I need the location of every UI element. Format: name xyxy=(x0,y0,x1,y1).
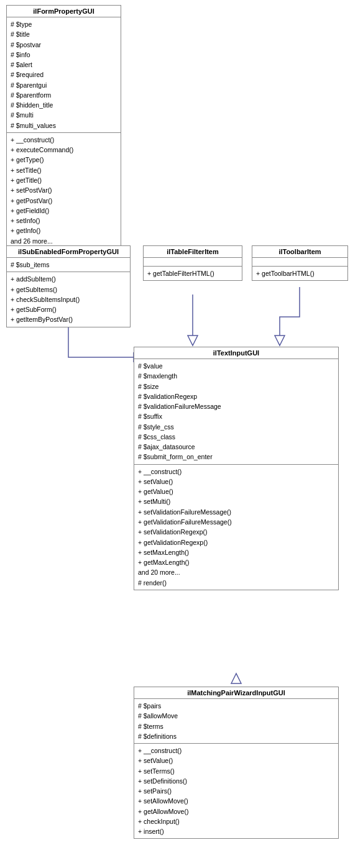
attr-definitions: # $definitions xyxy=(138,731,334,741)
method-setvalue3: + setValue() xyxy=(138,756,334,765)
ilMatchingPairWizardInputGUI-methods: + __construct() + setValue() + setTerms(… xyxy=(134,744,338,838)
attr-submit-form-on-enter: # $submit_form_on_enter xyxy=(138,452,334,462)
method-getallowmove3: + getAllowMove() xyxy=(138,806,334,816)
ilToolbarItem-header: ilToolbarItem xyxy=(252,246,347,258)
method-insert3: + insert() xyxy=(138,826,334,836)
ilToolbarItem-attributes xyxy=(252,258,347,267)
method-checkinput3: + checkInput() xyxy=(138,816,334,826)
tablefilter-to-textinput-arrowhead xyxy=(188,336,198,345)
attr-sub-items: # $sub_items xyxy=(11,260,126,270)
method-setdefinitions3: + setDefinitions() xyxy=(138,776,334,786)
method-construct3: + __construct() xyxy=(138,746,334,756)
method-getvalidationfailuremessage2: + getValidationFailureMessage() xyxy=(138,517,334,527)
ilToolbarItem-box: ilToolbarItem + getToolbarHTML() xyxy=(252,245,348,281)
ilTextInputGUI-box: ilTextInputGUI # $value # $maxlength # $… xyxy=(134,347,339,590)
ilMatchingPairWizardInputGUI-attributes: # $pairs # $allowMove # $terms # $defini… xyxy=(134,699,338,744)
ilTableFilterItem-header: ilTableFilterItem xyxy=(144,246,242,258)
method-getinfo: + getInfo() xyxy=(11,226,117,235)
attr-css-class: # $css_class xyxy=(138,432,334,442)
method-setterms3: + setTerms() xyxy=(138,766,334,776)
ilFormPropertyGUI-box: ilFormPropertyGUI # $type # $title # $po… xyxy=(6,5,121,268)
ilTextInputGUI-attributes: # $value # $maxlength # $size # $validat… xyxy=(134,359,338,465)
attr-size: # $size xyxy=(138,381,334,391)
ilTextInputGUI-header: ilTextInputGUI xyxy=(134,347,338,359)
subenabled-to-textinput-line xyxy=(68,323,134,357)
attr-allowmove: # $allowMove xyxy=(138,711,334,721)
ilSubEnabledFormPropertyGUI-box: ilSubEnabledFormPropertyGUI # $sub_items… xyxy=(6,245,131,327)
attr-postvar: # $postvar xyxy=(11,40,117,50)
attr-value: # $value xyxy=(138,361,334,371)
attr-maxlength: # $maxlength xyxy=(138,371,334,381)
method-addsubitem: + addSubItem() xyxy=(11,274,126,284)
textinput-to-matching-arrowhead xyxy=(231,674,241,683)
attr-title: # $title xyxy=(11,29,117,39)
attr-parentgui: # $parentgui xyxy=(11,80,117,90)
method-getitembypostvar: + getItemByPostVar() xyxy=(11,314,126,324)
attr-validationregexp: # $validationRegexp xyxy=(138,391,334,401)
ilSubEnabledFormPropertyGUI-header: ilSubEnabledFormPropertyGUI xyxy=(7,246,130,258)
method-gettype: + getType() xyxy=(11,155,117,165)
method-setmulti2: + setMulti() xyxy=(138,496,334,506)
attr-type: # $type xyxy=(11,19,117,29)
attr-parentform: # $parentform xyxy=(11,90,117,100)
method-gettitle: + getTitle() xyxy=(11,175,117,185)
ilTableFilterItem-methods: + getTableFilterHTML() xyxy=(144,267,242,280)
ilSubEnabledFormPropertyGUI-methods: + addSubItem() + getSubItems() + checkSu… xyxy=(7,272,130,326)
attr-alert: # $alert xyxy=(11,60,117,70)
attr-required: # $required xyxy=(11,70,117,80)
method-setpostvar: + setPostVar() xyxy=(11,185,117,195)
method-setallowmove3: + setAllowMove() xyxy=(138,796,334,806)
method-construct: + __construct() xyxy=(11,135,117,145)
ilMatchingPairWizardInputGUI-box: ilMatchingPairWizardInputGUI # $pairs # … xyxy=(134,687,339,839)
ilMatchingPairWizardInputGUI-header: ilMatchingPairWizardInputGUI xyxy=(134,687,338,699)
method-getsubform: + getSubForm() xyxy=(11,304,126,314)
attr-pairs: # $pairs xyxy=(138,701,334,711)
method-setmaxlength2: + setMaxLength() xyxy=(138,547,334,557)
attr-ajax-datasource: # $ajax_datasource xyxy=(138,442,334,452)
method-getpostvar: + getPostVar() xyxy=(11,196,117,206)
ilToolbarItem-methods: + getToolbarHTML() xyxy=(252,267,347,280)
attr-multi-values: # $multi_values xyxy=(11,121,117,130)
attr-style-css: # $style_css xyxy=(138,422,334,432)
ilTableFilterItem-box: ilTableFilterItem + getTableFilterHTML() xyxy=(143,245,242,281)
ilFormPropertyGUI-header: ilFormPropertyGUI xyxy=(7,6,121,17)
attr-info: # $info xyxy=(11,50,117,60)
method-gettablefilterhtml: + getTableFilterHTML() xyxy=(147,268,238,278)
ilFormPropertyGUI-attributes: # $type # $title # $postvar # $info # $a… xyxy=(7,17,121,133)
ilSubEnabledFormPropertyGUI-attributes: # $sub_items xyxy=(7,258,130,272)
method-getmaxlength2: + getMaxLength() xyxy=(138,557,334,567)
toolbar-to-textinput-line xyxy=(280,287,300,336)
attr-suffix: # $suffix xyxy=(138,411,334,421)
diagram-container: ilFormPropertyGUI # $type # $title # $po… xyxy=(0,0,363,868)
ilTextInputGUI-methods: + __construct() + setValue() + getValue(… xyxy=(134,465,338,590)
method-andmore: and 26 more... xyxy=(11,236,117,246)
method-andmore2: and 20 more... xyxy=(138,567,334,577)
ilTableFilterItem-attributes xyxy=(144,258,242,267)
attr-terms: # $terms xyxy=(138,721,334,731)
method-render2: # render() xyxy=(138,578,334,588)
method-construct2: + __construct() xyxy=(138,467,334,477)
method-gettoolbarhtml: + getToolbarHTML() xyxy=(256,268,344,278)
method-checksubitemsinput: + checkSubItemsInput() xyxy=(11,295,126,304)
attr-multi: # $multi xyxy=(11,110,117,120)
method-setvalue2: + setValue() xyxy=(138,477,334,487)
method-getvalue2: + getValue() xyxy=(138,487,334,496)
method-setvalidationfailuremessage2: + setValidationFailureMessage() xyxy=(138,507,334,517)
method-executecommand: + executeCommand() xyxy=(11,145,117,155)
method-setpairs3: + setPairs() xyxy=(138,786,334,796)
toolbar-to-textinput-arrowhead xyxy=(275,336,285,345)
method-setinfo: + setInfo() xyxy=(11,216,117,226)
method-getsubitems: + getSubItems() xyxy=(11,285,126,295)
method-getvalidationregexp2: + getValidationRegexp() xyxy=(138,537,334,547)
attr-hidden-title: # $hidden_title xyxy=(11,100,117,110)
method-settitle: + setTitle() xyxy=(11,165,117,175)
attr-validationfailuremessage: # $validationFailureMessage xyxy=(138,401,334,411)
method-setvalidationregexp2: + setValidationRegexp() xyxy=(138,527,334,537)
method-getfieldid: + getFieldId() xyxy=(11,206,117,216)
